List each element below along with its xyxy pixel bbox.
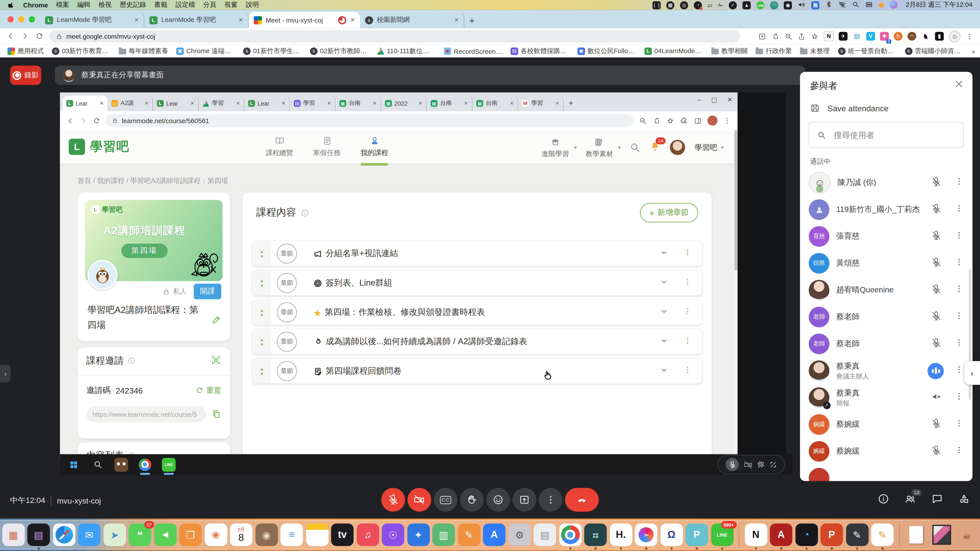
participant-row-7[interactable]: 蔡秉真 會議主辦人 [800,357,972,384]
bookmark-item-12[interactable]: 行政作業 [756,46,792,55]
camera-off-button[interactable] [407,488,431,512]
drag-handle[interactable]: ▲▼ [253,329,271,354]
shared-window-controls[interactable]: –▢✕ [698,96,732,103]
dock-pages[interactable]: ✎ [458,524,480,546]
menubar-clock[interactable]: 2月8日 週三 下午12:04 [906,1,972,10]
row-menu-icon[interactable] [683,248,692,259]
bookmark-item-0[interactable]: 應用程式 [8,46,44,55]
activities-button[interactable] [958,493,970,507]
dock-chrome[interactable] [559,524,581,546]
dock-parentsquare[interactable]: P [686,524,708,546]
captions-button[interactable]: CC [434,488,458,512]
shared-address-bar[interactable]: learnmode.net/course/560561 [106,114,634,127]
share-icon[interactable] [797,32,806,40]
ime-icon[interactable]: 無 [811,1,819,10]
chapter-row-0[interactable]: ▲▼ 章節 分組名單+視訊連結 [253,241,702,266]
participant-row-2[interactable]: 育慈 張育慈 [800,223,972,250]
new-tab-button[interactable]: + [469,16,474,25]
app-grid-icon[interactable]: ▦ [666,1,675,10]
info-icon[interactable] [301,208,309,217]
shared-tab-4[interactable]: LLear✕ [244,95,290,111]
bookmarks-overflow[interactable]: » [972,47,975,55]
reactions-button[interactable] [486,488,510,512]
bookmark-item-9[interactable]: ▣數位公民Follow Me [578,46,636,55]
dock-yellow-pen-app[interactable]: ✎ [871,524,894,546]
participant-menu-icon[interactable] [955,338,964,350]
raise-hand-button[interactable] [460,488,484,512]
line-icon[interactable]: LINE [756,0,765,10]
shared-tab-10[interactable]: M學習✕ [518,95,564,111]
bookmark-item-4[interactable]: s01新竹市學生帳號... [243,46,302,55]
chevron-down-icon[interactable] [660,248,668,259]
dock-dark-pen-app[interactable]: ✎ [846,524,868,546]
volume-icon[interactable] [797,0,806,10]
bluetooth-icon[interactable] [825,1,832,10]
back-icon[interactable] [6,32,15,41]
open-in-icon[interactable] [771,32,780,40]
bookmark-item-11[interactable]: 教學相關 [711,46,748,55]
row-menu-icon[interactable] [683,307,692,318]
app-cut-icon[interactable]: ✁ [718,1,723,9]
fullscreen-icon[interactable] [769,461,777,468]
address-bar[interactable]: meet.google.com/mvu-xyst-coj [49,30,740,43]
dock-apple-tv[interactable]: tv [331,524,354,546]
close-icon[interactable] [955,79,964,89]
zoom-icon[interactable] [784,32,792,40]
dock-notes[interactable] [306,524,328,546]
menubar-item[interactable]: 書籤 [154,1,167,8]
close-tab-icon[interactable]: ✕ [454,17,459,23]
dock-safari[interactable] [53,524,75,546]
menubar-item[interactable]: 編輯 [77,1,90,8]
shared-forward-icon[interactable] [80,116,88,125]
participant-menu-icon[interactable] [955,311,964,323]
contacts-app-icon[interactable]: ◉ [784,1,792,10]
shared-new-tab-button[interactable]: + [569,98,573,107]
page-scrollbar[interactable] [734,130,737,459]
participant-menu-icon[interactable] [955,230,964,242]
participant-menu-icon[interactable] [955,284,964,296]
close-tab-icon[interactable]: ✕ [134,17,139,23]
bookmark-item-5[interactable]: s02新竹市教師認證... [310,46,369,55]
bookmark-item-6[interactable]: 110-111數位學習計... [377,46,436,55]
qr-code-icon[interactable] [211,355,221,365]
reset-code-button[interactable]: 重置 [195,385,221,396]
bookmark-item-15[interactable]: s雲端國小師資培育... [905,46,964,55]
extensions-icon[interactable] [680,116,688,125]
browser-tab-0[interactable]: LLearnMode 學習吧✕ [40,12,144,28]
invite-url[interactable]: https://www.learnmode.net/course/5 [86,406,206,422]
dock-messages[interactable]: ❝57 [129,524,151,546]
taskbar-search-icon[interactable] [90,457,105,472]
bookmark-item-2[interactable]: 每年媒體素養 [119,46,168,55]
taskbar-chrome-icon[interactable] [138,457,153,472]
camera-off-icon[interactable] [744,460,752,469]
dock-calendar[interactable]: 2月8 [230,524,253,546]
dock-line[interactable]: LINE999+ [711,524,733,546]
owl-extension-icon[interactable]: ᴖ [908,32,916,41]
shared-tab-1[interactable]: ▭A2講✕ [107,95,153,111]
people-button[interactable]: 13 [904,493,916,507]
chapter-row-4[interactable]: ▲▼ 章節 第四場課程回饋問卷 [253,359,702,384]
add-chapter-button[interactable]: +新增章節 [640,203,698,222]
dock-launchpad[interactable]: ▦ [2,524,24,546]
taskbar-line-icon[interactable]: LINE [161,457,176,472]
participant-menu-icon[interactable] [955,203,964,215]
menu-kebab-icon[interactable] [723,116,731,125]
profile-avatar[interactable]: ☺ [949,30,961,42]
bookmark-item-13[interactable]: 未整理 [800,46,830,55]
spotlight-icon[interactable] [852,1,859,10]
site-menu-0[interactable]: 進階學習 [541,137,569,158]
control-center-icon[interactable] [865,0,873,10]
chevron-down-icon[interactable]: ▾ [721,144,724,151]
dock-contacts[interactable]: ◉ [255,524,278,546]
h-extension-icon[interactable]: h [894,32,902,41]
menubar-item[interactable]: 視窗 [224,1,237,8]
wifi-off-icon[interactable] [838,0,846,10]
left-edge-handle[interactable]: › [0,365,11,383]
site-nav-1[interactable]: 寒假任務 [313,134,340,165]
browser-tab-1[interactable]: LLearnMode 學習吧✕ [144,12,249,28]
forward-icon[interactable] [21,32,29,41]
bookmark-star-icon[interactable] [811,32,819,40]
participant-menu-icon[interactable] [955,177,964,189]
shared-tab-3[interactable]: 學習✕ [199,95,245,111]
close-tab-icon[interactable]: ✕ [239,17,243,23]
